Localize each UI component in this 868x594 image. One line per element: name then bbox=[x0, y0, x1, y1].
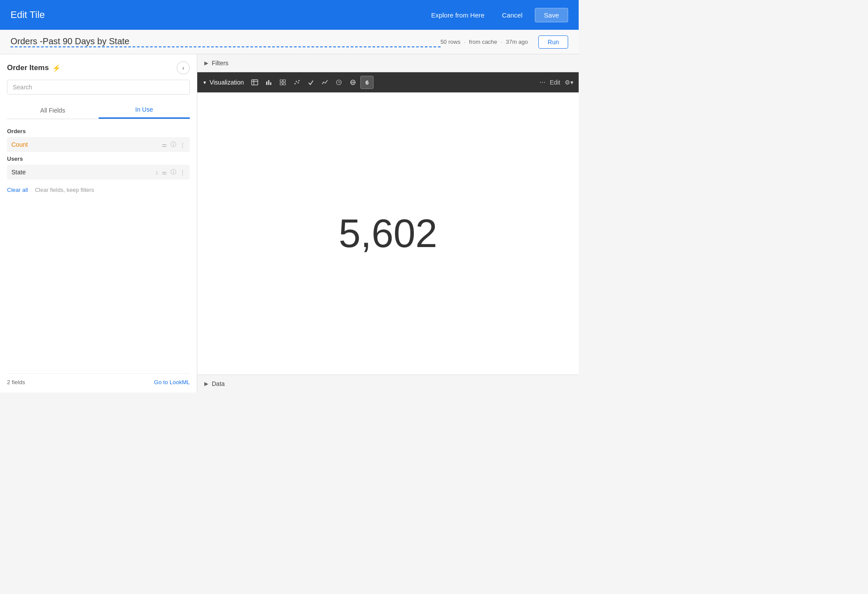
viz-globe-icon[interactable] bbox=[346, 76, 359, 89]
left-panel: Order Items ⚡ ‹ All Fields In Use Orders… bbox=[0, 54, 197, 392]
row-count: 50 rows bbox=[441, 39, 461, 45]
panel-title-text: Order Items bbox=[7, 64, 49, 72]
svg-rect-7 bbox=[283, 80, 285, 82]
data-bar[interactable]: ▶ Data bbox=[197, 375, 579, 392]
query-title: Orders -Past 90 Days by State bbox=[11, 36, 441, 47]
svg-point-10 bbox=[295, 83, 296, 85]
viz-single-value-icon[interactable]: 6 bbox=[360, 76, 374, 89]
viz-scatter-icon[interactable] bbox=[290, 76, 303, 89]
filters-bar[interactable]: ▶ Filters bbox=[197, 54, 579, 72]
visualization-label: ▼ Visualization bbox=[203, 79, 244, 86]
section-users: Users bbox=[7, 156, 190, 162]
explore-from-here-button[interactable]: Explore from Here bbox=[426, 9, 490, 21]
svg-rect-9 bbox=[283, 83, 285, 85]
info-icon-state[interactable]: ⓘ bbox=[171, 168, 176, 176]
lightning-icon: ⚡ bbox=[52, 64, 61, 72]
clear-links: Clear all Clear fields, keep filters bbox=[7, 187, 190, 193]
field-row-count: Count ⚌ ⓘ ⋮ bbox=[7, 137, 190, 152]
filters-chevron-icon: ▶ bbox=[204, 60, 208, 66]
filter-icon-count[interactable]: ⚌ bbox=[162, 141, 167, 148]
pivot-icon-state[interactable]: ↕ bbox=[156, 169, 159, 176]
visualization-content: 5,602 bbox=[197, 92, 579, 375]
main-layout: Order Items ⚡ ‹ All Fields In Use Orders… bbox=[0, 54, 579, 392]
viz-check-icon[interactable] bbox=[304, 76, 317, 89]
app-header: Edit Tile Explore from Here Cancel Save bbox=[0, 0, 579, 30]
cache-status: from cache bbox=[469, 39, 497, 45]
field-count: Count bbox=[11, 141, 158, 148]
more-icon-count[interactable]: ⋮ bbox=[180, 141, 185, 148]
time-ago: 37m ago bbox=[506, 39, 528, 45]
clear-fields-keep-filters-button[interactable]: Clear fields, keep filters bbox=[35, 187, 94, 193]
cancel-button[interactable]: Cancel bbox=[497, 9, 528, 21]
panel-footer: 2 fields Go to LookML bbox=[7, 373, 190, 385]
svg-rect-6 bbox=[280, 80, 282, 82]
meta-dot-1: · bbox=[464, 39, 466, 45]
viz-edit-label[interactable]: Edit bbox=[550, 79, 560, 86]
svg-rect-8 bbox=[280, 83, 282, 85]
query-meta: 50 rows · from cache · 37m ago Run bbox=[441, 35, 568, 49]
tab-all-fields[interactable]: All Fields bbox=[7, 102, 99, 119]
svg-point-11 bbox=[296, 81, 297, 82]
viz-gear-icon[interactable]: ⚙▾ bbox=[565, 79, 573, 86]
viz-clock-icon[interactable] bbox=[332, 76, 345, 89]
svg-rect-0 bbox=[252, 80, 258, 85]
panel-title: Order Items ⚡ bbox=[7, 64, 61, 72]
fields-count: 2 fields bbox=[7, 379, 25, 385]
svg-rect-4 bbox=[268, 80, 270, 85]
svg-point-13 bbox=[299, 80, 300, 81]
info-icon-count[interactable]: ⓘ bbox=[171, 141, 176, 148]
viz-line-icon[interactable] bbox=[318, 76, 331, 89]
field-state: State bbox=[11, 169, 152, 176]
tabs: All Fields In Use bbox=[7, 102, 190, 119]
chevron-left-icon: ‹ bbox=[182, 64, 185, 71]
header-title: Edit Tile bbox=[11, 9, 426, 21]
header-actions: Explore from Here Cancel Save bbox=[426, 8, 568, 22]
field-row-state: State ↕ ⚌ ⓘ ⋮ bbox=[7, 165, 190, 180]
svg-rect-3 bbox=[266, 81, 267, 85]
big-number-value: 5,602 bbox=[338, 211, 437, 256]
viz-six-label: 6 bbox=[366, 79, 369, 86]
svg-rect-5 bbox=[270, 82, 271, 85]
back-button[interactable]: ‹ bbox=[177, 61, 190, 74]
run-button[interactable]: Run bbox=[538, 35, 568, 49]
viz-grid-icon[interactable] bbox=[276, 76, 289, 89]
viz-more-icon[interactable]: ··· bbox=[540, 78, 545, 86]
tab-in-use[interactable]: In Use bbox=[99, 102, 190, 119]
svg-point-12 bbox=[298, 82, 299, 84]
data-label: Data bbox=[212, 380, 225, 387]
data-chevron-icon: ▶ bbox=[204, 381, 208, 387]
subheader: Orders -Past 90 Days by State 50 rows · … bbox=[0, 30, 579, 54]
viz-chevron-icon: ▼ bbox=[203, 80, 207, 85]
meta-dot-2: · bbox=[501, 39, 502, 45]
more-icon-state[interactable]: ⋮ bbox=[180, 169, 185, 176]
clear-all-button[interactable]: Clear all bbox=[7, 187, 28, 193]
filter-icon-state[interactable]: ⚌ bbox=[162, 169, 167, 176]
save-button[interactable]: Save bbox=[535, 8, 568, 22]
filters-label: Filters bbox=[212, 60, 228, 67]
viz-bar-icon[interactable] bbox=[262, 76, 275, 89]
search-input[interactable] bbox=[7, 80, 190, 95]
section-orders: Orders bbox=[7, 128, 190, 134]
visualization-bar: ▼ Visualization bbox=[197, 72, 579, 92]
go-to-lookml-button[interactable]: Go to LookML bbox=[154, 379, 190, 385]
panel-header: Order Items ⚡ ‹ bbox=[7, 61, 190, 74]
right-panel: ▶ Filters ▼ Visualization bbox=[197, 54, 579, 392]
viz-table-icon[interactable] bbox=[248, 76, 261, 89]
